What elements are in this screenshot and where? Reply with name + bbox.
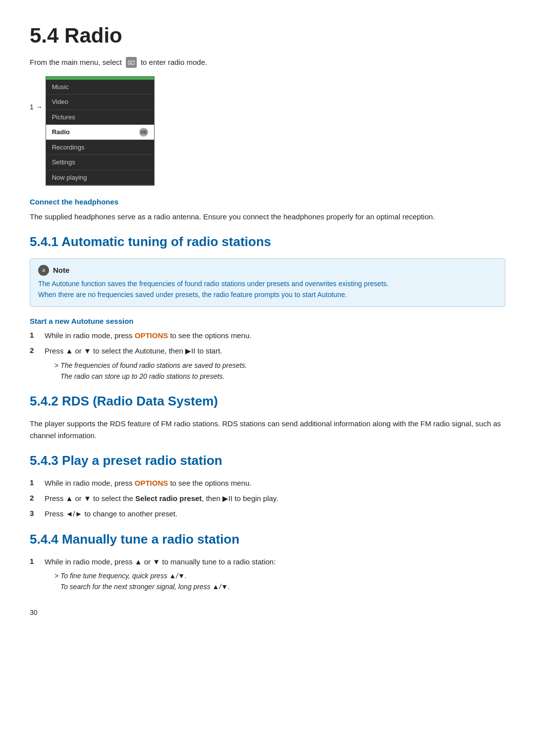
- search-signal-text: To search for the next stronger signal, …: [60, 583, 230, 591]
- step-543-3-content: Press ◄/► to change to another preset.: [45, 508, 505, 519]
- page-number: 30: [30, 607, 505, 618]
- menu-item-nowplaying: Now playing: [46, 170, 154, 186]
- connect-headphones-section: Connect the headphones The supplied head…: [30, 197, 505, 222]
- step-543-num-3: 3: [30, 508, 39, 519]
- section-542-body: The player supports the RDS feature of F…: [30, 418, 505, 441]
- note-text: The Autotune function saves the frequenc…: [38, 279, 497, 300]
- step-543-2-content: Press ▲ or ▼ to select the Select radio …: [45, 493, 505, 504]
- menu-item-pictures: Pictures: [46, 110, 154, 125]
- menu-item-recordings: Recordings: [46, 140, 154, 155]
- svg-point-1: [131, 61, 134, 64]
- step-num-2: 2: [30, 345, 39, 356]
- menu-item-music: Music: [46, 80, 154, 95]
- intro-text-after: to enter radio mode.: [141, 57, 207, 68]
- result-line-2: The radio can store up to 20 radio stati…: [60, 372, 225, 380]
- step-544-1-content: While in radio mode, press ▲ or ▼ to man…: [45, 556, 505, 593]
- note-label: Note: [53, 265, 69, 276]
- result-line-1: The frequencies of found radio stations …: [60, 361, 247, 369]
- section-544-title: 5.4.4 Manually tune a radio station: [30, 530, 505, 549]
- svg-rect-4: [128, 63, 130, 64]
- menu-box: Music Video Pictures Radio Recordings Se…: [46, 76, 155, 186]
- step-543-2: 2 Press ▲ or ▼ to select the Select radi…: [30, 493, 505, 504]
- result-arrow-1: >: [54, 361, 58, 369]
- intro-text-before: From the main menu, select: [30, 57, 122, 68]
- step-543-num-1: 1: [30, 477, 39, 489]
- step-543-1-content: While in radio mode, press OPTIONS to se…: [45, 477, 505, 489]
- radio-menu-icon: [126, 57, 137, 68]
- connect-headphones-heading: Connect the headphones: [30, 197, 505, 208]
- svg-rect-2: [128, 61, 131, 62]
- step-544-1: 1 While in radio mode, press ▲ or ▼ to m…: [30, 556, 505, 593]
- section-541-title: 5.4.1 Automatic tuning of radio stations: [30, 232, 505, 252]
- section-544: 5.4.4 Manually tune a radio station 1 Wh…: [30, 530, 505, 593]
- menu-item-video: Video: [46, 95, 154, 110]
- step-541-1-content: While in radio mode, press OPTIONS to se…: [45, 330, 505, 341]
- select-radio-preset-label: Select radio preset: [135, 494, 202, 503]
- result-arrow-544: >: [54, 572, 58, 580]
- manual-tune-steps: 1 While in radio mode, press ▲ or ▼ to m…: [30, 556, 505, 593]
- svg-rect-5: [131, 59, 132, 61]
- section-542: 5.4.2 RDS (Radio Data System) The player…: [30, 392, 505, 441]
- options-word-1: OPTIONS: [135, 331, 168, 340]
- note-header: ≡ Note: [38, 265, 497, 276]
- svg-rect-3: [128, 62, 131, 63]
- menu-label: 1 →: [30, 76, 43, 112]
- fine-tune-text: To fine tune frequency, quick press ▲/▼.: [60, 572, 187, 580]
- svg-point-7: [144, 131, 146, 133]
- svg-rect-8: [141, 131, 144, 132]
- step-543-1: 1 While in radio mode, press OPTIONS to …: [30, 477, 505, 489]
- options-word-543-1: OPTIONS: [135, 479, 168, 487]
- step-num-1: 1: [30, 330, 39, 341]
- section-542-title: 5.4.2 RDS (Radio Data System): [30, 392, 505, 411]
- preset-steps: 1 While in radio mode, press OPTIONS to …: [30, 477, 505, 520]
- svg-rect-9: [141, 132, 143, 133]
- step-541-1: 1 While in radio mode, press OPTIONS to …: [30, 330, 505, 341]
- step-541-2-result: > The frequencies of found radio station…: [54, 360, 505, 382]
- note-box: ≡ Note The Autotune function saves the f…: [30, 258, 505, 307]
- intro-line: From the main menu, select to enter radi…: [30, 57, 505, 68]
- section-543-title: 5.4.3 Play a preset radio station: [30, 451, 505, 470]
- section-543: 5.4.3 Play a preset radio station 1 Whil…: [30, 451, 505, 520]
- menu-item-radio: Radio: [46, 125, 154, 140]
- step-543-3: 3 Press ◄/► to change to another preset.: [30, 508, 505, 519]
- page-title: 5.4 Radio: [30, 20, 505, 51]
- radio-icon-selected: [139, 128, 148, 137]
- step-541-2: 2 Press ▲ or ▼ to select the Autotune, t…: [30, 345, 505, 382]
- note-line-2: When there are no frequencies saved unde…: [38, 291, 347, 299]
- step-543-num-2: 2: [30, 493, 39, 504]
- step-544-1-result: > To fine tune frequency, quick press ▲/…: [54, 570, 505, 593]
- section-541: 5.4.1 Automatic tuning of radio stations…: [30, 232, 505, 382]
- note-line-1: The Autotune function saves the frequenc…: [38, 280, 388, 288]
- step-544-num-1: 1: [30, 556, 39, 567]
- menu-item-settings: Settings: [46, 155, 154, 170]
- step-541-2-content: Press ▲ or ▼ to select the Autotune, the…: [45, 345, 505, 382]
- autotune-steps: 1 While in radio mode, press OPTIONS to …: [30, 330, 505, 382]
- start-autotune-heading: Start a new Autotune session: [30, 316, 505, 327]
- connect-headphones-body: The supplied headphones serve as a radio…: [30, 211, 505, 222]
- note-icon: ≡: [38, 265, 49, 276]
- menu-screenshot: 1 → Music Video Pictures Radio Recording…: [30, 76, 505, 186]
